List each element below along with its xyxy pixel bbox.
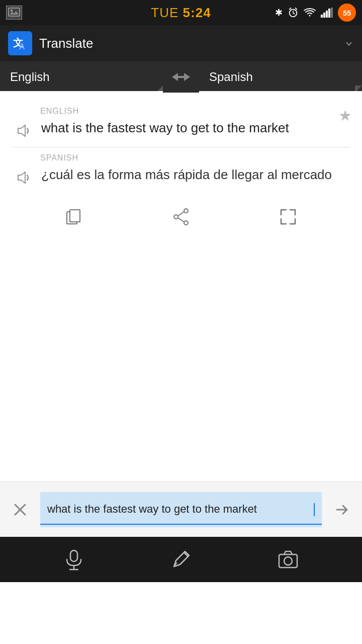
input-text[interactable]: what is the fastest way to get to the ma… bbox=[47, 502, 313, 517]
camera-icon bbox=[277, 548, 299, 571]
send-arrow-icon bbox=[333, 501, 351, 519]
wifi-icon bbox=[304, 8, 316, 18]
source-text: what is the fastest way to get to the ma… bbox=[41, 120, 350, 137]
text-cursor bbox=[314, 503, 315, 516]
clear-input-button[interactable] bbox=[8, 498, 32, 522]
svg-text:A: A bbox=[19, 42, 25, 51]
send-button[interactable] bbox=[330, 498, 354, 522]
swap-language-button[interactable] bbox=[163, 70, 199, 84]
svg-rect-4 bbox=[323, 13, 325, 18]
share-button[interactable] bbox=[167, 203, 195, 231]
bottom-bar bbox=[0, 537, 362, 582]
status-time: TUE 5:24 bbox=[151, 5, 211, 21]
svg-rect-0 bbox=[9, 8, 20, 16]
svg-point-14 bbox=[174, 215, 178, 219]
svg-rect-18 bbox=[70, 550, 77, 561]
bluetooth-icon: ✱ bbox=[275, 7, 283, 18]
pencil-icon bbox=[170, 548, 192, 571]
input-area: what is the fastest way to get to the ma… bbox=[0, 481, 362, 537]
svg-rect-6 bbox=[328, 9, 330, 18]
svg-rect-3 bbox=[321, 15, 323, 18]
target-row: ¿cuál es la forma más rápida de llegar a… bbox=[12, 167, 350, 188]
target-language-label: Spanish bbox=[209, 70, 253, 84]
main-content-area bbox=[0, 240, 362, 481]
target-language-button[interactable]: Spanish bbox=[199, 61, 362, 93]
svg-point-13 bbox=[184, 209, 188, 213]
microphone-button[interactable] bbox=[59, 544, 89, 575]
source-language-button[interactable]: English bbox=[0, 61, 163, 93]
source-section-label: ENGLISH bbox=[40, 107, 350, 116]
camera-button[interactable] bbox=[273, 544, 303, 575]
source-language-label: English bbox=[10, 70, 50, 84]
status-icons: ✱ bbox=[275, 4, 356, 22]
svg-point-15 bbox=[184, 221, 188, 225]
source-lang-arrow bbox=[156, 86, 163, 93]
clear-icon bbox=[12, 502, 28, 518]
source-speak-button[interactable] bbox=[12, 121, 32, 141]
translation-card: ENGLISH what is the fastest way to get t… bbox=[0, 93, 362, 240]
svg-point-1 bbox=[11, 10, 13, 12]
svg-rect-7 bbox=[331, 8, 333, 18]
source-section: ENGLISH what is the fastest way to get t… bbox=[0, 101, 362, 147]
svg-rect-12 bbox=[70, 210, 80, 222]
alarm-icon bbox=[288, 7, 299, 18]
text-input-wrapper[interactable]: what is the fastest way to get to the ma… bbox=[40, 492, 322, 527]
input-underline bbox=[40, 524, 322, 525]
app-logo: 文 A bbox=[8, 31, 32, 55]
target-section: SPANISH ¿cuál es la forma más rápida de … bbox=[0, 147, 362, 194]
app-bar-dropdown-arrow bbox=[344, 38, 354, 48]
action-row bbox=[0, 194, 362, 240]
share-icon bbox=[172, 208, 190, 226]
thumbnail-area bbox=[6, 6, 22, 20]
pencil-button[interactable] bbox=[166, 544, 196, 575]
signal-icon bbox=[321, 8, 333, 18]
language-bar: English Spanish bbox=[0, 61, 362, 93]
app-bar: 文 A Translate bbox=[0, 25, 362, 61]
expand-icon bbox=[279, 208, 297, 226]
svg-line-17 bbox=[178, 218, 184, 222]
target-section-label: SPANISH bbox=[40, 153, 350, 163]
expand-button[interactable] bbox=[274, 203, 302, 231]
copy-icon bbox=[65, 208, 83, 226]
app-title: Translate bbox=[39, 36, 93, 51]
copy-button[interactable] bbox=[60, 203, 88, 231]
svg-line-16 bbox=[178, 212, 184, 216]
target-text: ¿cuál es la forma más rápida de llegar a… bbox=[41, 167, 350, 184]
favorite-button[interactable]: ★ bbox=[338, 107, 352, 124]
svg-rect-5 bbox=[326, 11, 328, 18]
target-lang-arrow bbox=[355, 86, 362, 93]
source-row: what is the fastest way to get to the ma… bbox=[12, 120, 350, 141]
svg-point-22 bbox=[284, 557, 292, 565]
microphone-icon bbox=[63, 548, 85, 571]
thumbnail-icon bbox=[6, 6, 22, 20]
status-bar: TUE 5:24 ✱ bbox=[0, 0, 362, 25]
battery-indicator: 55 bbox=[338, 4, 356, 22]
target-speak-button[interactable] bbox=[12, 168, 32, 188]
